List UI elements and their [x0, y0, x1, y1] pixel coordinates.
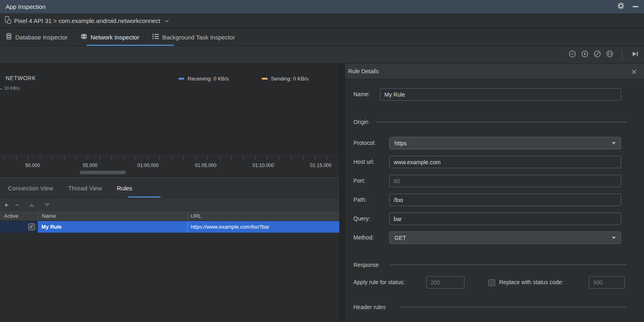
rule-details-header: Rule Details: [345, 64, 644, 79]
column-header-url[interactable]: URL: [191, 211, 201, 221]
tab-background-task-inspector[interactable]: Background Task Inspector: [152, 28, 235, 46]
zoom-to-selection-icon[interactable]: [606, 50, 613, 59]
rules-table-header: Active Name URL: [0, 211, 339, 221]
move-rule-up-button[interactable]: [29, 203, 35, 207]
titlebar: App Inspection: [0, 0, 644, 13]
replace-status-field[interactable]: [589, 276, 625, 289]
add-rule-button[interactable]: +: [4, 201, 8, 209]
y-axis-tick: [0, 89, 2, 89]
port-field[interactable]: [389, 175, 621, 187]
column-separator: [188, 221, 188, 233]
active-tab-underline: [87, 45, 174, 46]
minimize-icon[interactable]: [633, 6, 638, 7]
zoom-out-icon[interactable]: [569, 50, 576, 59]
column-separator: [188, 211, 188, 221]
port-label: Port:: [353, 175, 365, 187]
section-divider: [390, 264, 627, 265]
close-icon[interactable]: [632, 69, 637, 76]
go-live-skip-icon[interactable]: [631, 50, 639, 59]
method-label: Method:: [353, 231, 374, 244]
rule-active-checkbox[interactable]: ✓: [28, 223, 35, 230]
tab-network-inspector[interactable]: Network Inspector: [80, 28, 139, 46]
legend-sending: Sending: 0 KB/s: [262, 76, 308, 82]
timeline-label: 55.000: [83, 163, 98, 168]
section-divider: [400, 307, 627, 308]
zoom-in-icon[interactable]: [581, 50, 588, 59]
receiving-swatch-icon: [178, 78, 184, 80]
method-dropdown[interactable]: GET: [389, 231, 621, 244]
app-inspection-window: App Inspection: [0, 0, 644, 322]
tab-thread-view[interactable]: Thread View: [68, 185, 102, 192]
rules-toolbar: + −: [0, 198, 339, 211]
legend-sending-label: Sending: 0 KB/s: [271, 76, 308, 82]
move-rule-down-button[interactable]: [44, 203, 50, 207]
name-field[interactable]: [380, 88, 621, 101]
timeline-label: 01:00.000: [137, 163, 159, 168]
remove-rule-button[interactable]: −: [15, 201, 19, 209]
table-row[interactable]: ✓ My Rule https://www.example.com/foo?ba…: [0, 221, 339, 233]
legend-receiving: Receiving: 0 KB/s: [178, 76, 229, 82]
apply-rule-status-label: Apply rule for status:: [353, 276, 405, 289]
task-list-icon: [152, 33, 159, 41]
view-tabstrip: Connection View Thread View Rules: [0, 178, 339, 198]
inspector-tabstrip: Database Inspector Network Inspector: [0, 28, 644, 46]
tab-label: Network Inspector: [91, 34, 139, 41]
section-divider: [377, 122, 627, 122]
active-subtab-underline: [128, 196, 161, 198]
device-process-selector[interactable]: Pixel 4 API 31 > com.example.android.net…: [14, 17, 160, 24]
timeline-label: 01:10.000: [252, 163, 274, 168]
apply-status-field[interactable]: [426, 276, 464, 289]
rule-details-panel: Rule Details Name: Origin Protocol: http…: [345, 64, 644, 322]
panel-divider[interactable]: [339, 64, 345, 322]
column-header-name[interactable]: Name: [42, 211, 56, 221]
protocol-value: https: [394, 140, 407, 147]
column-header-active[interactable]: Active: [4, 211, 18, 221]
name-label: Name:: [353, 88, 370, 101]
protocol-dropdown[interactable]: https: [389, 137, 621, 149]
tab-database-inspector[interactable]: Database Inspector: [6, 28, 68, 46]
query-label: Query:: [353, 213, 370, 225]
network-inspector-left-panel: NETWORK Receiving: 0 KB/s Sending: 0 KB/…: [0, 64, 339, 322]
host-url-label: Host url:: [353, 156, 374, 168]
chevron-down-icon: [165, 20, 169, 23]
dropdown-caret-icon: [612, 237, 616, 239]
tab-label: Database Inspector: [15, 34, 68, 41]
device-bar[interactable]: Pixel 4 API 31 > com.example.android.net…: [0, 13, 644, 28]
network-timeline-chart[interactable]: NETWORK Receiving: 0 KB/s Sending: 0 KB/…: [0, 64, 339, 155]
device-phone-icon: [5, 16, 11, 25]
column-separator: [38, 211, 38, 221]
rule-name-cell: My Rule: [41, 221, 62, 233]
legend-receiving-label: Receiving: 0 KB/s: [188, 76, 229, 82]
y-axis-max-label: 10 KB/s: [4, 86, 20, 91]
timeline-label: 50.000: [25, 163, 40, 168]
query-field[interactable]: [389, 213, 621, 225]
origin-section-label: Origin: [353, 119, 368, 125]
globe-icon: [80, 33, 87, 41]
path-label: Path:: [353, 194, 367, 206]
tab-rules[interactable]: Rules: [117, 185, 132, 192]
replace-status-checkbox[interactable]: [488, 279, 495, 286]
timeline-label: 01:15.000: [310, 163, 331, 168]
replace-status-label: Replace with status code:: [499, 276, 564, 289]
check-icon: ✓: [29, 223, 34, 229]
host-url-field[interactable]: [389, 156, 621, 168]
settings-gear-icon[interactable]: [617, 2, 625, 11]
network-toolbar: [0, 46, 644, 64]
window-title: App Inspection: [6, 3, 45, 10]
method-value: GET: [394, 235, 406, 241]
timeline-scrollbar-thumb[interactable]: [80, 171, 126, 174]
reset-zoom-icon[interactable]: [594, 50, 601, 59]
toolbar-separator: [622, 50, 623, 59]
tab-label: Background Task Inspector: [162, 34, 235, 41]
rule-row-selection[interactable]: My Rule https://www.example.com/foo?bar: [38, 221, 339, 233]
tab-connection-view[interactable]: Connection View: [8, 185, 53, 192]
rule-details-title: Rule Details: [348, 64, 378, 79]
response-section-label: Response: [353, 262, 379, 268]
sending-swatch-icon: [262, 78, 268, 80]
database-icon: [6, 33, 12, 41]
protocol-label: Protocol:: [353, 137, 376, 149]
path-field[interactable]: [389, 194, 621, 206]
chart-title: NETWORK: [6, 75, 36, 81]
header-rules-section-label: Header rules: [353, 304, 386, 310]
timeline-ruler[interactable]: 50.000 55.000 01:00.000 01:05.000 01:10.…: [0, 155, 339, 178]
